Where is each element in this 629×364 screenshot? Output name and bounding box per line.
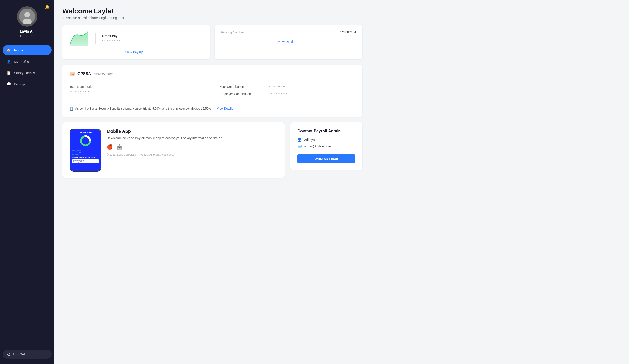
sidebar-item-home[interactable]: 🏠 Home	[3, 45, 51, 55]
user-role: GCC DU 3	[20, 34, 34, 38]
gpssa-view-details-link[interactable]: View Details →	[217, 107, 237, 110]
view-bank-details-link[interactable]: View Details →	[221, 40, 356, 44]
payslip-chart	[69, 30, 89, 46]
user-name: Layla Ali	[20, 29, 34, 33]
apple-store-icon[interactable]: 🍎	[107, 144, 113, 150]
sidebar: 🔔 Layla Ali GCC DU 3 🏠 Home 👤 My Profile…	[0, 0, 54, 364]
gpssa-title: GPSSA	[77, 72, 91, 76]
employer-contribution-label: Employer Contribution	[220, 92, 265, 96]
your-contribution-value: : ************	[265, 85, 288, 89]
routing-number-label: Routing Number	[221, 30, 244, 34]
employer-contribution-value: : ************	[265, 92, 288, 96]
sidebar-item-label-home: Home	[14, 48, 23, 52]
svg-point-5	[83, 138, 88, 143]
phone-mockup: Zyker Corporation TAKE HOME	[70, 129, 101, 172]
sidebar-header: 🔔 Layla Ali GCC DU 3	[0, 0, 54, 42]
total-contribution-value: ************	[70, 90, 205, 94]
document-icon: 📋	[6, 70, 11, 75]
write-email-button[interactable]: Write an Email	[297, 154, 355, 163]
gpssa-grid: Total Contribution ************ Your Con…	[70, 85, 355, 99]
logout-button[interactable]: ⏻ Log Out	[3, 350, 51, 359]
payslip-info: Gross Pay ************	[102, 34, 204, 43]
gpssa-subtitle: Year to Date	[94, 72, 113, 76]
bank-card: Routing Number 127087384 View Details →	[215, 25, 362, 59]
avatar	[17, 6, 37, 27]
gpssa-header: 🐷 GPSSA Year to Date	[70, 71, 355, 80]
svg-point-1	[24, 12, 30, 17]
person-icon: 👤	[6, 59, 11, 64]
gpssa-note: ℹ️ As per the Social Security Benefits s…	[70, 103, 355, 111]
home-icon: 🏠	[6, 48, 11, 53]
contact-card: Contact Payroll Admin 👤 Adithya ✉️ admin…	[290, 122, 362, 170]
cards-row: Gross Pay ************ View Payslip → Ro…	[62, 25, 362, 59]
phone-take-home: AED33,600.00	[72, 150, 81, 151]
employer-contribution-row: Employer Contribution : ************	[220, 92, 355, 96]
your-contribution-row: Your Contribution : ************	[220, 85, 355, 89]
contact-title: Contact Payroll Admin	[297, 129, 355, 133]
payslip-card: Gross Pay ************ View Payslip →	[62, 25, 210, 59]
logout-label: Log Out	[13, 352, 25, 356]
welcome-title: Welcome Layla!	[62, 7, 362, 15]
app-title: Mobile App	[107, 129, 278, 134]
gpssa-icon: 🐷	[70, 71, 75, 77]
payslip-icon: 💬	[6, 82, 11, 87]
your-contribution-label: Your Contribution	[220, 85, 265, 89]
routing-number-value: 127087384	[340, 30, 356, 34]
welcome-subtitle: Associate at Palmshore Engineering Test.	[62, 16, 362, 20]
copyright-text: © 2023, Zoho Corporation Pvt. Ltd. All R…	[107, 153, 278, 156]
sidebar-item-salary-details[interactable]: 📋 Salary Details	[3, 68, 51, 78]
total-contribution-label: Total Contribution	[70, 85, 205, 89]
info-icon: ℹ️	[70, 107, 73, 111]
phone-deductions: AED550.00	[72, 154, 79, 155]
gpssa-note-text: As per the Social Security Benefits sche…	[75, 107, 213, 110]
payslip-divider	[95, 33, 96, 44]
phone-paid-days: Paid Days: 30	[73, 161, 97, 163]
main-content: Welcome Layla! Associate at Palmshore En…	[54, 0, 629, 364]
admin-email: admin@zylker.com	[304, 144, 331, 148]
gross-pay-value: ************	[102, 39, 204, 43]
gpssa-total: Total Contribution ************	[70, 85, 212, 99]
routing-number-row: Routing Number 127087384	[221, 30, 356, 34]
gross-pay-label: Gross Pay	[102, 34, 204, 38]
app-description: Download the Zoho Payroll mobile app to …	[107, 136, 278, 140]
nav-menu: 🏠 Home 👤 My Profile 📋 Salary Details 💬 P…	[0, 42, 54, 346]
notification-icon[interactable]: 🔔	[45, 4, 50, 9]
app-info: Mobile App Download the Zoho Payroll mob…	[107, 129, 278, 172]
admin-name-row: 👤 Adithya	[297, 137, 355, 142]
sidebar-item-label-profile: My Profile	[14, 60, 29, 63]
power-icon: ⏻	[7, 352, 11, 356]
person-contact-icon: 👤	[297, 137, 302, 142]
bottom-row: Zyker Corporation TAKE HOME	[62, 122, 362, 178]
android-store-icon[interactable]: 🤖	[116, 144, 123, 150]
admin-name: Adithya	[304, 138, 315, 141]
sidebar-item-payslips[interactable]: 💬 Payslips	[3, 79, 51, 89]
sidebar-item-my-profile[interactable]: 👤 My Profile	[3, 56, 51, 67]
sidebar-footer: ⏻ Log Out	[0, 346, 54, 364]
store-icons: 🍎 🤖	[107, 144, 278, 150]
phone-donut	[72, 134, 99, 147]
email-icon: ✉️	[297, 144, 302, 148]
admin-email-row: ✉️ admin@zylker.com	[297, 144, 355, 148]
phone-company: Zyker Corporation	[72, 132, 99, 133]
sidebar-item-label-payslips: Payslips	[14, 82, 27, 86]
view-payslip-link[interactable]: View Payslip →	[69, 50, 204, 54]
phone-total-gross: Total Gross Pay: AED34,150.00	[72, 156, 99, 158]
gpssa-breakdown: Your Contribution : ************ Employe…	[212, 85, 355, 99]
mobile-app-card: Zyker Corporation TAKE HOME	[62, 122, 285, 178]
gpssa-section: 🐷 GPSSA Year to Date Total Contribution …	[62, 65, 362, 117]
sidebar-item-label-salary: Salary Details	[14, 71, 35, 75]
